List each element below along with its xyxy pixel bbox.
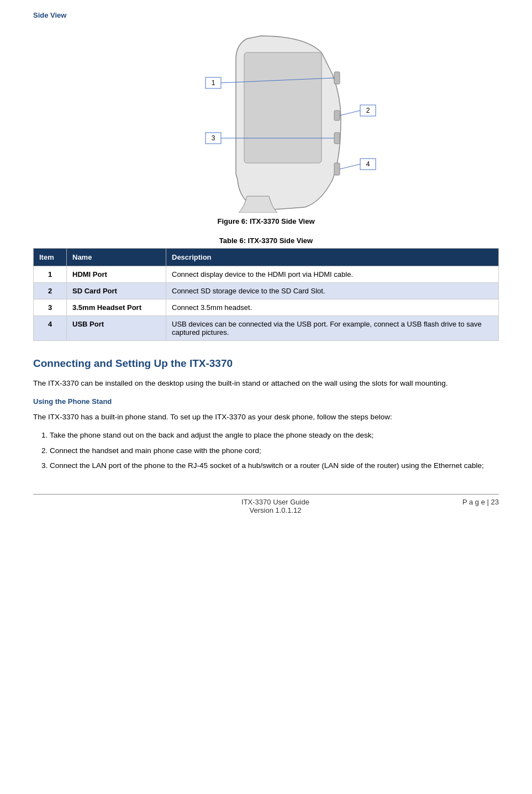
step-item: Connect the LAN port of the phone to the… (50, 460, 499, 472)
table-caption: Table 6: ITX-3370 Side View (33, 236, 499, 245)
steps-list: Take the phone stand out on the back and… (50, 429, 499, 472)
footer-line2: Version 1.0.1.12 (88, 506, 462, 514)
table-row: 1HDMI PortConnect display device to the … (34, 266, 499, 283)
side-view-diagram: 1 2 3 4 (150, 25, 382, 213)
svg-line-14 (340, 164, 360, 169)
svg-line-8 (340, 111, 360, 115)
sub-paragraph: The ITX-3370 has a built-in phone stand.… (33, 411, 499, 423)
cell-description: Connect SD storage device to the SD Card… (166, 283, 499, 299)
col-header-name: Name (67, 249, 166, 266)
cell-item: 2 (34, 283, 67, 299)
svg-text:2: 2 (366, 107, 370, 114)
svg-rect-1 (334, 72, 340, 84)
cell-item: 1 (34, 266, 67, 283)
sub-heading-phone-stand: Using the Phone Stand (33, 397, 499, 406)
table-row: 4USB PortUSB devices can be connected vi… (34, 316, 499, 341)
col-header-description: Description (166, 249, 499, 266)
table-header-row: Item Name Description (34, 249, 499, 266)
section-title: Connecting and Setting Up the ITX-3370 (33, 357, 499, 370)
footer-line1: ITX-3370 User Guide (88, 498, 462, 506)
footer-center: ITX-3370 User Guide Version 1.0.1.12 (88, 498, 462, 514)
svg-text:4: 4 (366, 160, 370, 168)
svg-rect-3 (334, 133, 340, 144)
figure-caption: Figure 6: ITX-3370 Side View (217, 217, 314, 225)
side-view-heading: Side View (33, 11, 499, 19)
step-item: Take the phone stand out on the back and… (50, 429, 499, 441)
cell-description: USB devices can be connected via the USB… (166, 316, 499, 341)
cell-description: Connect 3.5mm headset. (166, 299, 499, 316)
svg-text:1: 1 (211, 79, 215, 87)
cell-item: 3 (34, 299, 67, 316)
footer: ITX-3370 User Guide Version 1.0.1.12 P a… (33, 494, 499, 514)
side-view-table: Item Name Description 1HDMI PortConnect … (33, 248, 499, 341)
svg-text:3: 3 (211, 134, 215, 142)
svg-rect-2 (334, 111, 340, 120)
figure-container: 1 2 3 4 Figure 6: ITX-3370 Side View (33, 25, 499, 225)
cell-name: HDMI Port (67, 266, 166, 283)
svg-rect-0 (244, 52, 322, 163)
cell-name: 3.5mm Headset Port (67, 299, 166, 316)
diagram-wrapper: 1 2 3 4 (150, 25, 382, 213)
svg-rect-4 (334, 163, 340, 175)
cell-name: USB Port (67, 316, 166, 341)
cell-description: Connect display device to the HDMI port … (166, 266, 499, 283)
table-row: 2SD Card PortConnect SD storage device t… (34, 283, 499, 299)
table-row: 33.5mm Headset PortConnect 3.5mm headset… (34, 299, 499, 316)
footer-page-number: P a g e | 23 (462, 498, 499, 506)
cell-name: SD Card Port (67, 283, 166, 299)
cell-item: 4 (34, 316, 67, 341)
step-item: Connect the handset and main phone case … (50, 445, 499, 457)
intro-paragraph: The ITX-3370 can be installed on the des… (33, 377, 499, 390)
col-header-item: Item (34, 249, 67, 266)
